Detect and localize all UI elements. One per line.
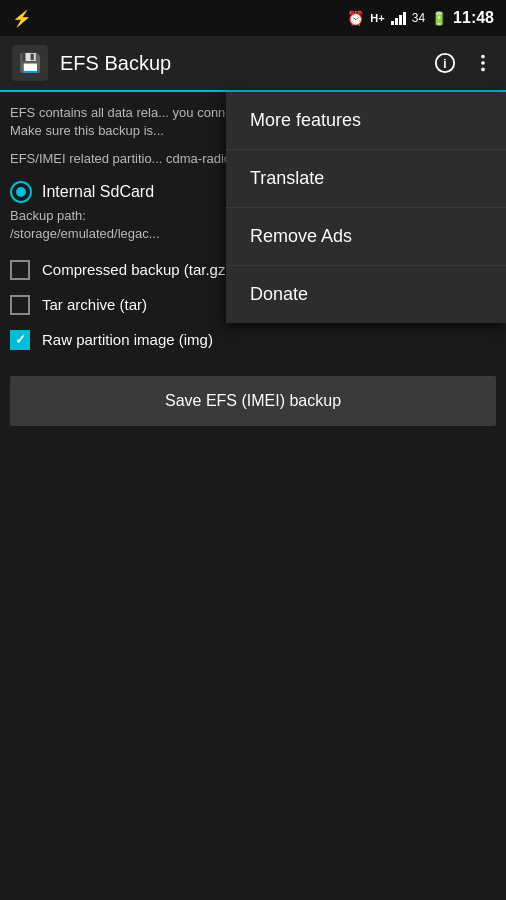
menu-item-donate[interactable]: Donate (226, 266, 506, 323)
save-efs-button[interactable]: Save EFS (IMEI) backup (10, 376, 496, 426)
tar-archive-label: Tar archive (tar) (42, 294, 147, 315)
usb-icon: ⚡ (12, 9, 32, 28)
status-bar: ⚡ ⏰ H+ 34 🔋 11:48 (0, 0, 506, 36)
info-button[interactable]: i (434, 52, 456, 74)
overflow-dropdown-menu: More features Translate Remove Ads Donat… (226, 92, 506, 323)
storage-label: Internal SdCard (42, 181, 154, 203)
radio-selected-indicator (16, 187, 26, 197)
status-time: 11:48 (453, 9, 494, 27)
status-bar-right: ⏰ H+ 34 🔋 11:48 (347, 9, 494, 27)
svg-point-4 (481, 68, 485, 72)
compressed-backup-label: Compressed backup (tar.gz) (42, 259, 230, 280)
signal-bars-icon (391, 11, 406, 25)
app-title: EFS Backup (60, 52, 434, 75)
menu-item-remove-ads[interactable]: Remove Ads (226, 208, 506, 266)
svg-point-2 (481, 55, 485, 59)
raw-partition-row[interactable]: ✓ Raw partition image (img) (10, 329, 496, 350)
compressed-backup-checkbox[interactable] (10, 260, 30, 280)
battery-indicator: 34 (412, 11, 425, 25)
status-bar-left: ⚡ (12, 9, 32, 28)
raw-partition-label: Raw partition image (img) (42, 329, 213, 350)
network-icon: H+ (370, 12, 384, 24)
app-icon-symbol: 💾 (19, 52, 41, 74)
app-bar: 💾 EFS Backup i (0, 36, 506, 92)
svg-point-3 (481, 61, 485, 65)
menu-item-translate[interactable]: Translate (226, 150, 506, 208)
internal-sdcard-radio[interactable] (10, 181, 32, 203)
svg-text:i: i (443, 57, 446, 71)
app-bar-actions: i (434, 52, 494, 74)
app-icon: 💾 (12, 45, 48, 81)
alarm-icon: ⏰ (347, 10, 364, 26)
raw-partition-checkbox[interactable]: ✓ (10, 330, 30, 350)
tar-archive-checkbox[interactable] (10, 295, 30, 315)
overflow-menu-button[interactable] (472, 52, 494, 74)
checkmark-icon: ✓ (15, 331, 26, 349)
battery-icon: 🔋 (431, 11, 447, 26)
menu-item-more-features[interactable]: More features (226, 92, 506, 150)
